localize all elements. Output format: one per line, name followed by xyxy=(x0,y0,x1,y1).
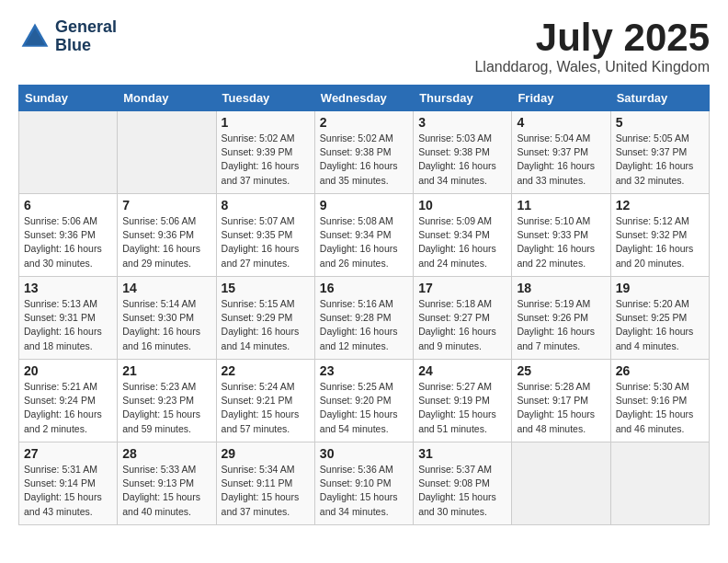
calendar-cell: 19Sunrise: 5:20 AMSunset: 9:25 PMDayligh… xyxy=(610,277,709,360)
weekday-header: Thursday xyxy=(414,86,512,111)
calendar-cell: 15Sunrise: 5:15 AMSunset: 9:29 PMDayligh… xyxy=(216,277,314,360)
calendar-cell xyxy=(512,442,610,525)
weekday-header: Friday xyxy=(512,86,610,111)
day-info: Sunrise: 5:02 AMSunset: 9:38 PMDaylight:… xyxy=(320,132,408,188)
day-number: 12 xyxy=(616,198,704,213)
day-info: Sunrise: 5:24 AMSunset: 9:21 PMDaylight:… xyxy=(222,380,310,436)
calendar-cell: 8Sunrise: 5:07 AMSunset: 9:35 PMDaylight… xyxy=(216,194,314,277)
day-number: 26 xyxy=(616,363,704,378)
day-info: Sunrise: 5:20 AMSunset: 9:25 PMDaylight:… xyxy=(616,297,704,353)
day-info: Sunrise: 5:10 AMSunset: 9:33 PMDaylight:… xyxy=(517,214,605,270)
day-info: Sunrise: 5:36 AMSunset: 9:10 PMDaylight:… xyxy=(320,463,408,519)
day-info: Sunrise: 5:14 AMSunset: 9:30 PMDaylight:… xyxy=(122,297,210,353)
day-info: Sunrise: 5:25 AMSunset: 9:20 PMDaylight:… xyxy=(320,380,408,436)
calendar-cell: 5Sunrise: 5:05 AMSunset: 9:37 PMDaylight… xyxy=(610,111,709,194)
day-number: 16 xyxy=(320,281,408,295)
calendar-cell: 29Sunrise: 5:34 AMSunset: 9:11 PMDayligh… xyxy=(216,442,314,525)
calendar-cell: 6Sunrise: 5:06 AMSunset: 9:36 PMDaylight… xyxy=(19,194,118,277)
day-number: 24 xyxy=(418,363,506,378)
day-info: Sunrise: 5:37 AMSunset: 9:08 PMDaylight:… xyxy=(418,463,506,519)
calendar-cell: 1Sunrise: 5:02 AMSunset: 9:39 PMDaylight… xyxy=(216,111,314,194)
day-number: 13 xyxy=(24,281,112,295)
day-number: 23 xyxy=(320,363,408,378)
day-number: 29 xyxy=(222,446,310,461)
day-info: Sunrise: 5:30 AMSunset: 9:16 PMDaylight:… xyxy=(616,380,704,436)
weekday-header: Monday xyxy=(118,86,216,111)
logo-icon xyxy=(18,20,51,53)
calendar-table: SundayMondayTuesdayWednesdayThursdayFrid… xyxy=(18,85,710,525)
day-info: Sunrise: 5:09 AMSunset: 9:34 PMDaylight:… xyxy=(418,214,506,270)
calendar-cell: 28Sunrise: 5:33 AMSunset: 9:13 PMDayligh… xyxy=(118,442,216,525)
logo: General Blue xyxy=(18,18,117,55)
calendar-week-row: 13Sunrise: 5:13 AMSunset: 9:31 PMDayligh… xyxy=(19,277,710,360)
calendar-cell: 14Sunrise: 5:14 AMSunset: 9:30 PMDayligh… xyxy=(118,277,216,360)
day-info: Sunrise: 5:28 AMSunset: 9:17 PMDaylight:… xyxy=(517,380,605,436)
day-number: 25 xyxy=(517,363,605,378)
calendar-cell: 20Sunrise: 5:21 AMSunset: 9:24 PMDayligh… xyxy=(19,360,118,442)
day-info: Sunrise: 5:21 AMSunset: 9:24 PMDaylight:… xyxy=(24,380,112,436)
day-number: 4 xyxy=(517,115,605,130)
day-number: 22 xyxy=(222,363,310,378)
calendar-cell: 12Sunrise: 5:12 AMSunset: 9:32 PMDayligh… xyxy=(610,194,709,277)
logo-text: General Blue xyxy=(55,18,117,55)
day-number: 6 xyxy=(24,198,112,213)
calendar-cell: 7Sunrise: 5:06 AMSunset: 9:36 PMDaylight… xyxy=(118,194,216,277)
day-number: 21 xyxy=(122,363,210,378)
calendar-week-row: 1Sunrise: 5:02 AMSunset: 9:39 PMDaylight… xyxy=(19,111,710,194)
day-number: 19 xyxy=(616,281,704,295)
day-number: 10 xyxy=(418,198,506,213)
calendar-cell: 4Sunrise: 5:04 AMSunset: 9:37 PMDaylight… xyxy=(512,111,610,194)
day-number: 5 xyxy=(616,115,704,130)
weekday-header: Tuesday xyxy=(216,86,314,111)
day-info: Sunrise: 5:07 AMSunset: 9:35 PMDaylight:… xyxy=(222,214,310,270)
day-info: Sunrise: 5:12 AMSunset: 9:32 PMDaylight:… xyxy=(616,214,704,270)
day-number: 3 xyxy=(418,115,506,130)
page-header: General Blue July 2025 Llanddarog, Wales… xyxy=(18,18,710,75)
day-number: 11 xyxy=(517,198,605,213)
day-info: Sunrise: 5:33 AMSunset: 9:13 PMDaylight:… xyxy=(122,463,210,519)
day-info: Sunrise: 5:27 AMSunset: 9:19 PMDaylight:… xyxy=(418,380,506,436)
calendar-cell xyxy=(19,111,118,194)
calendar-cell: 27Sunrise: 5:31 AMSunset: 9:14 PMDayligh… xyxy=(19,442,118,525)
day-info: Sunrise: 5:15 AMSunset: 9:29 PMDaylight:… xyxy=(222,297,310,353)
day-number: 17 xyxy=(418,281,506,295)
calendar-cell: 2Sunrise: 5:02 AMSunset: 9:38 PMDaylight… xyxy=(314,111,413,194)
calendar-cell: 13Sunrise: 5:13 AMSunset: 9:31 PMDayligh… xyxy=(19,277,118,360)
calendar-cell xyxy=(610,442,709,525)
calendar-cell: 9Sunrise: 5:08 AMSunset: 9:34 PMDaylight… xyxy=(314,194,413,277)
weekday-header: Saturday xyxy=(610,86,709,111)
calendar-week-row: 20Sunrise: 5:21 AMSunset: 9:24 PMDayligh… xyxy=(19,360,710,442)
calendar-cell: 31Sunrise: 5:37 AMSunset: 9:08 PMDayligh… xyxy=(414,442,512,525)
day-number: 15 xyxy=(222,281,310,295)
day-info: Sunrise: 5:34 AMSunset: 9:11 PMDaylight:… xyxy=(222,463,310,519)
calendar-cell: 21Sunrise: 5:23 AMSunset: 9:23 PMDayligh… xyxy=(118,360,216,442)
month-title: July 2025 xyxy=(474,18,710,57)
day-info: Sunrise: 5:18 AMSunset: 9:27 PMDaylight:… xyxy=(418,297,506,353)
day-number: 20 xyxy=(24,363,112,378)
day-number: 2 xyxy=(320,115,408,130)
calendar-cell: 17Sunrise: 5:18 AMSunset: 9:27 PMDayligh… xyxy=(414,277,512,360)
day-info: Sunrise: 5:05 AMSunset: 9:37 PMDaylight:… xyxy=(616,132,704,188)
day-info: Sunrise: 5:06 AMSunset: 9:36 PMDaylight:… xyxy=(24,214,112,270)
calendar-cell: 18Sunrise: 5:19 AMSunset: 9:26 PMDayligh… xyxy=(512,277,610,360)
calendar-cell: 25Sunrise: 5:28 AMSunset: 9:17 PMDayligh… xyxy=(512,360,610,442)
day-number: 14 xyxy=(122,281,210,295)
calendar-cell: 26Sunrise: 5:30 AMSunset: 9:16 PMDayligh… xyxy=(610,360,709,442)
day-info: Sunrise: 5:31 AMSunset: 9:14 PMDaylight:… xyxy=(24,463,112,519)
day-number: 18 xyxy=(517,281,605,295)
day-number: 30 xyxy=(320,446,408,461)
day-info: Sunrise: 5:19 AMSunset: 9:26 PMDaylight:… xyxy=(517,297,605,353)
day-number: 8 xyxy=(222,198,310,213)
calendar-cell: 10Sunrise: 5:09 AMSunset: 9:34 PMDayligh… xyxy=(414,194,512,277)
day-info: Sunrise: 5:23 AMSunset: 9:23 PMDaylight:… xyxy=(122,380,210,436)
day-number: 27 xyxy=(24,446,112,461)
day-info: Sunrise: 5:08 AMSunset: 9:34 PMDaylight:… xyxy=(320,214,408,270)
calendar-cell xyxy=(118,111,216,194)
calendar-cell: 30Sunrise: 5:36 AMSunset: 9:10 PMDayligh… xyxy=(314,442,413,525)
day-number: 1 xyxy=(222,115,310,130)
day-number: 31 xyxy=(418,446,506,461)
day-info: Sunrise: 5:03 AMSunset: 9:38 PMDaylight:… xyxy=(418,132,506,188)
calendar-cell: 16Sunrise: 5:16 AMSunset: 9:28 PMDayligh… xyxy=(314,277,413,360)
weekday-header: Wednesday xyxy=(314,86,413,111)
weekday-header-row: SundayMondayTuesdayWednesdayThursdayFrid… xyxy=(19,86,710,111)
